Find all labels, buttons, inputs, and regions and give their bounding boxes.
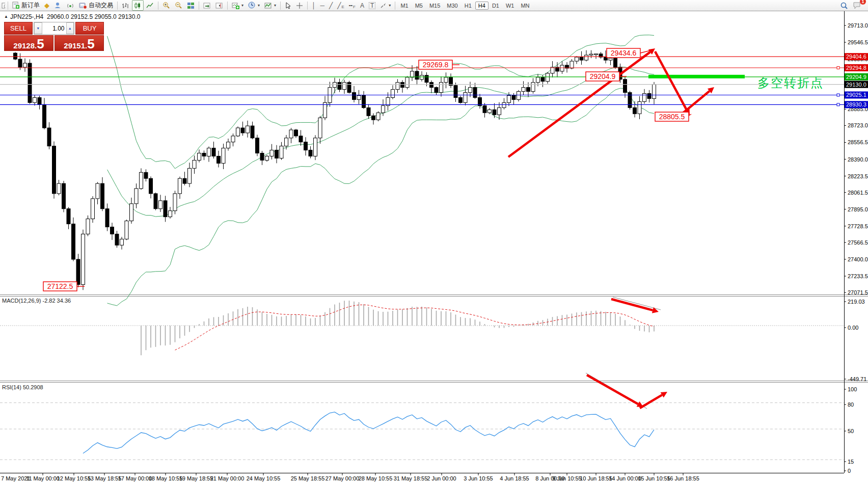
svg-text:7 May 2021: 7 May 2021 [1, 475, 30, 481]
new-chart-button[interactable]: ▾ [230, 0, 246, 11]
price-callout[interactable]: 29434.6 [607, 48, 653, 58]
svg-text:13 May 18:55: 13 May 18:55 [88, 475, 122, 481]
chart-canvas[interactable]: 29713.029546.529380.028885.028723.028556… [0, 0, 868, 482]
svg-text:18 May 10:55: 18 May 10:55 [149, 475, 183, 481]
chevron-down-icon: ▾ [274, 3, 276, 8]
ohlc-readout: 29060.0 29152.5 29055.0 29130.0 [47, 13, 141, 20]
svg-text:29713.0: 29713.0 [848, 22, 868, 29]
price-axis-badge: 29025.1 [845, 91, 868, 98]
arrows-tool[interactable]: ▾ [378, 0, 393, 11]
tab-timeframe-h4[interactable]: H4 [475, 2, 489, 10]
candlestick-chart-button[interactable] [132, 0, 144, 11]
svg-text:27728.5: 27728.5 [848, 223, 868, 229]
svg-text:29130.0: 29130.0 [846, 82, 866, 88]
one-click-trading-panel: SELL ▼ ▲ BUY 29128.5 29151.5 [4, 22, 104, 51]
bar-chart-button[interactable] [120, 0, 131, 11]
svg-text:11 May 00:00: 11 May 00:00 [26, 475, 60, 481]
equidistant-channel-tool[interactable]: ╱E [335, 0, 346, 11]
tab-timeframe-m1[interactable]: M1 [397, 2, 411, 10]
svg-text:12 May 10:55: 12 May 10:55 [57, 475, 91, 481]
trend-arrow[interactable] [655, 51, 690, 116]
price-axis-badge: 29294.8 [845, 64, 868, 71]
svg-text:28223.5: 28223.5 [848, 173, 868, 179]
collapse-panel-icon[interactable]: ▲ [4, 14, 8, 19]
svg-text:29204.9: 29204.9 [590, 72, 616, 81]
price-callout[interactable]: 28805.5 [655, 112, 691, 121]
note-text: 多空转折点 [757, 76, 824, 90]
new-order-button[interactable]: 新订单 [10, 0, 42, 11]
chart-symbol-header: ▲JPN225-,H4 29060.0 29152.5 29055.0 2913… [4, 13, 140, 20]
cursor-button[interactable] [283, 0, 293, 11]
svg-text:27 May 00:00: 27 May 00:00 [326, 475, 360, 481]
svg-text:25 May 18:55: 25 May 18:55 [291, 475, 325, 481]
community-icon[interactable] [52, 0, 64, 11]
volume-down-button[interactable]: ▼ [34, 22, 42, 34]
zoom-in-button[interactable] [160, 0, 172, 11]
svg-text:29434.6: 29434.6 [611, 49, 637, 57]
tab-timeframe-w1[interactable]: W1 [503, 2, 518, 10]
gold-icon[interactable]: ◆ [42, 0, 51, 11]
volume-up-button[interactable]: ▲ [66, 22, 74, 34]
svg-text:0: 0 [848, 468, 851, 474]
svg-text:31 May 18:55: 31 May 18:55 [394, 475, 428, 481]
svg-text:24 May 10:55: 24 May 10:55 [247, 475, 281, 481]
text-tool[interactable]: A [358, 0, 366, 11]
svg-text:28061.5: 28061.5 [848, 190, 868, 196]
sell-button[interactable]: SELL [4, 22, 33, 35]
svg-text:28390.0: 28390.0 [848, 156, 868, 163]
tab-timeframe-mn[interactable]: MN [518, 2, 532, 10]
svg-text:15 Jun 10:55: 15 Jun 10:55 [638, 475, 670, 481]
text-label-tool[interactable]: T [367, 0, 377, 11]
svg-text:29404.6: 29404.6 [846, 53, 866, 60]
sell-price[interactable]: 29128.5 [4, 35, 53, 51]
svg-text:50: 50 [848, 428, 854, 434]
price-callout[interactable]: 27122.5 [43, 282, 85, 291]
svg-text:28723.0: 28723.0 [848, 122, 868, 128]
crosshair-button[interactable] [294, 0, 305, 11]
svg-text:19 May 18:55: 19 May 18:55 [179, 475, 213, 481]
tile-windows-button[interactable] [185, 0, 197, 11]
symbol-timeframe: JPN225-,H4 [10, 13, 43, 20]
price-axis-badge: 29130.0 [845, 81, 868, 88]
svg-text:10 Jun 18:55: 10 Jun 18:55 [580, 475, 612, 481]
chart-search-icon[interactable] [1, 0, 6, 11]
tab-timeframe-h1[interactable]: H1 [462, 2, 475, 10]
volume-input[interactable] [42, 22, 66, 34]
svg-text:4 Jun 18:55: 4 Jun 18:55 [500, 475, 529, 481]
tab-timeframe-d1[interactable]: D1 [489, 2, 502, 10]
price-callout[interactable]: 29269.8 [419, 60, 459, 69]
tab-timeframe-m5[interactable]: M5 [412, 2, 426, 10]
svg-text:28556.5: 28556.5 [848, 139, 868, 145]
price-callout[interactable]: 29204.9 [586, 72, 627, 81]
chart-shift-button[interactable] [213, 0, 225, 11]
svg-text:27566.5: 27566.5 [848, 239, 868, 246]
buy-button[interactable]: BUY [75, 22, 104, 35]
svg-text:28805.5: 28805.5 [659, 113, 685, 121]
trendline-tool[interactable]: ╱ [327, 0, 335, 11]
zoom-out-button[interactable] [173, 0, 184, 11]
vertical-line-tool[interactable]: │ [310, 0, 318, 11]
buy-price[interactable]: 29151.5 [55, 35, 104, 51]
trend-arrow[interactable] [640, 392, 667, 408]
horizontal-line-tool[interactable]: ─ [318, 0, 327, 11]
toolbar: 新订单 ◆ 自动交易 ▾ ▾ ▾ │ ─ ╱ ╱E ╍F A T ▾ M1 M5… [0, 0, 868, 11]
tab-timeframe-m15[interactable]: M15 [426, 2, 443, 10]
chat-icon[interactable]: 1 [851, 0, 863, 11]
trend-arrow[interactable] [682, 87, 714, 114]
svg-text:28930.3: 28930.3 [846, 101, 866, 108]
auto-trading-button[interactable]: 自动交易 [77, 0, 115, 11]
svg-text:21 May 00:00: 21 May 00:00 [210, 475, 245, 481]
trend-arrow[interactable] [611, 299, 659, 313]
fibonacci-tool[interactable]: ╍F [347, 0, 358, 11]
search-icon[interactable] [838, 0, 850, 11]
svg-text:2 Jun 00:00: 2 Jun 00:00 [427, 475, 456, 481]
line-chart-button[interactable] [144, 0, 156, 11]
tab-timeframe-m30[interactable]: M30 [444, 2, 460, 10]
profiles-button[interactable]: ▾ [246, 0, 262, 11]
auto-scroll-button[interactable] [201, 0, 213, 11]
signals-icon[interactable] [64, 0, 76, 11]
indicators-button[interactable]: ▾ [262, 0, 278, 11]
trend-arrow[interactable] [508, 48, 655, 157]
trend-arrow[interactable] [587, 375, 643, 407]
svg-text:29025.1: 29025.1 [846, 92, 866, 98]
